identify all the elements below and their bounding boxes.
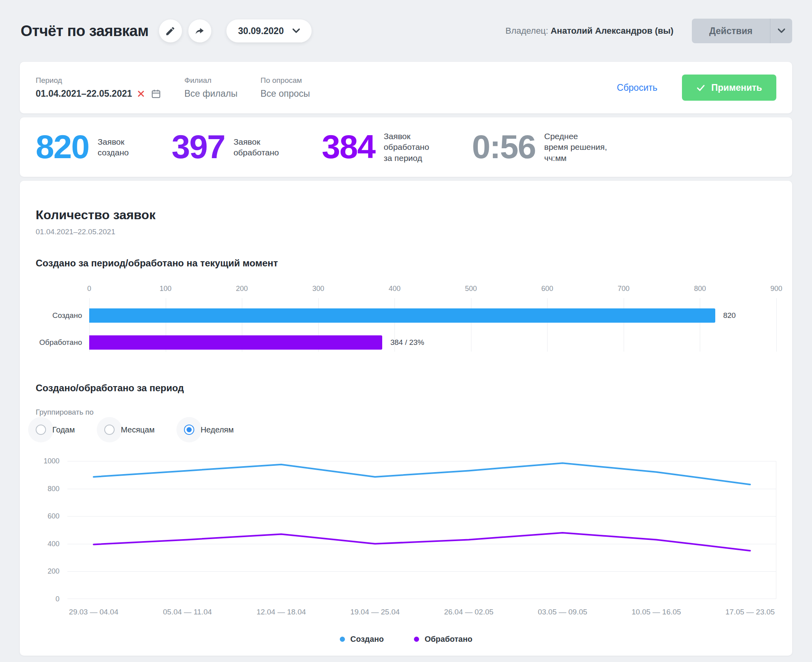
report-page: Отчёт по заявкам 30.09.2020 Владелец: Ан… — [0, 0, 812, 656]
gridline — [471, 298, 471, 352]
axis-tick-label: 800 — [48, 484, 59, 493]
line-plot — [67, 461, 776, 599]
gridline — [700, 298, 700, 352]
axis-tick-label: 400 — [48, 540, 59, 548]
bar — [89, 308, 715, 323]
axis-tick-label: 200 — [236, 285, 248, 293]
pencil-icon — [165, 26, 176, 36]
check-icon — [696, 83, 705, 92]
legend-item[interactable]: Создано — [340, 635, 384, 644]
kpi-value: 820 — [36, 131, 89, 163]
kpi-processed-period: 384 Заявок обработано за период — [322, 131, 429, 163]
legend-label: Обработано — [425, 635, 473, 644]
hbar-axis: 0100200300400500600700800900 — [89, 285, 776, 295]
actions-button[interactable]: Действия — [692, 19, 792, 43]
share-forward-icon — [194, 26, 205, 36]
branch-filter[interactable]: Филиал Все филалы — [184, 76, 237, 99]
line-chart: 02004006008001000 — [36, 461, 776, 599]
legend-dot-icon — [340, 637, 345, 642]
section-subtitle: 01.04.2021–22.05.2021 — [36, 228, 776, 236]
bar — [89, 335, 382, 350]
legend-dot-icon — [414, 637, 419, 642]
clear-period-icon[interactable] — [138, 90, 144, 97]
axis-tick-label: 600 — [541, 285, 553, 293]
axis-category-label: 19.04 — 25.04 — [350, 608, 400, 616]
hbar-chart: 0100200300400500600700800900 СозданоОбра… — [36, 285, 776, 352]
chevron-down-icon — [778, 29, 785, 33]
series-line-Создано — [94, 463, 750, 484]
branch-value: Все филалы — [184, 88, 237, 99]
radio-years[interactable]: Годам — [36, 425, 75, 435]
kpi-label: Среднее время решения, чч:мм — [544, 131, 607, 163]
calendar-icon[interactable] — [151, 88, 161, 99]
axis-category-label: 12.04 — 18.04 — [257, 608, 306, 616]
owner-label: Владелец: — [506, 26, 548, 36]
radio-months[interactable]: Месяцам — [104, 425, 155, 435]
branch-label: Филиал — [184, 76, 237, 85]
gridline — [624, 298, 624, 352]
period-value: 01.04.2021–22.05.2021 — [36, 88, 132, 99]
kpi-created: 820 Заявок создано — [36, 131, 129, 163]
bar-chart-title: Создано за период/обработано на текущий … — [36, 258, 776, 269]
report-date-dropdown[interactable]: 30.09.2020 — [226, 19, 312, 42]
line-xlabels: 29.03 — 04.0405.04 — 11.0412.04 — 18.041… — [67, 608, 776, 618]
period-filter: Период 01.04.2021–22.05.2021 — [36, 76, 161, 99]
axis-tick-label: 300 — [312, 285, 324, 293]
kpi-processed: 397 Заявок обработано — [172, 131, 279, 163]
radio-label: Месяцам — [121, 425, 155, 434]
page-header: Отчёт по заявкам 30.09.2020 Владелец: Ан… — [20, 0, 792, 62]
hbar-axis-spacer — [36, 285, 89, 298]
reset-button[interactable]: Сбросить — [617, 82, 657, 93]
bar-category-label: Обработано — [39, 335, 82, 350]
owner-text: Владелец: Анатолий Александров (вы) — [506, 26, 674, 36]
period-value-row: 01.04.2021–22.05.2021 — [36, 88, 161, 99]
axis-tick-label: 0 — [87, 285, 91, 293]
legend-item[interactable]: Обработано — [414, 635, 473, 644]
axis-tick-label: 1000 — [44, 457, 59, 465]
actions-button-label: Действия — [692, 19, 770, 43]
gridline — [547, 298, 548, 352]
chevron-down-icon — [293, 29, 300, 33]
axis-tick-label: 100 — [160, 285, 172, 293]
kpi-label: Заявок обработано — [234, 136, 279, 158]
gridline — [776, 298, 777, 352]
bar-category-label: Создано — [52, 308, 82, 323]
actions-dropdown-toggle[interactable] — [770, 19, 792, 43]
radio-weeks[interactable]: Неделям — [184, 425, 234, 435]
surveys-filter[interactable]: По опросам Все опросы — [260, 76, 310, 99]
axis-tick-label: 900 — [770, 285, 782, 293]
section-title: Количество заявок — [36, 208, 776, 222]
axis-tick-label: 500 — [465, 285, 477, 293]
axis-tick-label: 600 — [48, 512, 59, 520]
hbar-plot: 820384 / 23% — [89, 298, 776, 352]
kpi-label: Заявок обработано за период — [384, 131, 429, 163]
kpi-value: 384 — [322, 131, 375, 163]
report-date: 30.09.2020 — [238, 26, 284, 36]
axis-tick-label: 700 — [618, 285, 630, 293]
radio-label: Годам — [52, 425, 75, 434]
line-ylabels: 02004006008001000 — [36, 461, 67, 599]
axis-category-label: 05.04 — 11.04 — [163, 608, 212, 616]
axis-tick-label: 0 — [56, 595, 59, 603]
axis-category-label: 03.05 — 09.05 — [538, 608, 587, 616]
group-by-label: Группировать по — [36, 408, 776, 417]
apply-button[interactable]: Применить — [682, 75, 776, 101]
group-by-radios: Годам Месяцам Неделям — [36, 425, 776, 435]
filter-actions: Сбросить Применить — [617, 75, 776, 101]
share-button[interactable] — [188, 19, 211, 42]
axis-tick-label: 400 — [389, 285, 400, 293]
radio-label: Неделям — [201, 425, 234, 434]
hbar-categories: СозданоОбработано — [36, 298, 89, 352]
line-chart-title: Создано/обработано за период — [36, 383, 776, 394]
axis-category-label: 29.03 — 04.04 — [69, 608, 119, 616]
radio-icon — [104, 425, 115, 435]
chart-legend: СозданоОбработано — [36, 635, 776, 644]
owner-name: Анатолий Александров (вы) — [551, 26, 674, 36]
kpi-avg-time: 0:56 Среднее время решения, чч:мм — [472, 131, 607, 163]
edit-button[interactable] — [159, 19, 182, 42]
hbar-body: СозданоОбработано 820384 / 23% — [36, 298, 776, 352]
radio-icon — [184, 425, 194, 435]
main-card: Количество заявок 01.04.2021–22.05.2021 … — [20, 181, 792, 656]
radio-icon — [36, 425, 46, 435]
kpi-label: Заявок создано — [98, 136, 129, 158]
